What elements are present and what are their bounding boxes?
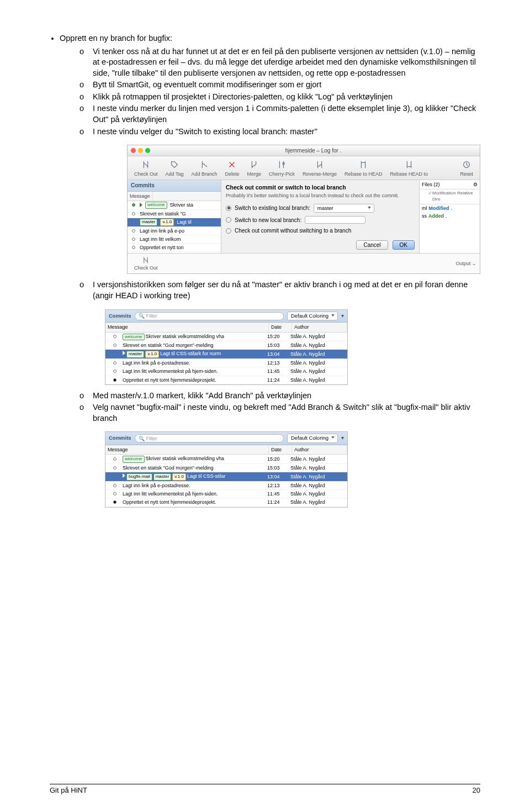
sub1-0: Vi tenker oss nå at du har funnet ut at … [93,47,476,77]
output-label: Output [455,260,470,267]
sub1-1: Bytt til SmartGit, og eventuelt commit m… [93,80,321,89]
main-list: Opprett en ny branch for bugfix: oVi ten… [50,33,480,137]
commits-header-2: Commits [109,313,131,320]
opt-existing-label: Switch to existing local branch: [235,204,310,212]
coloring-select[interactable]: Default Coloring [287,312,338,321]
selected-commit-row-2[interactable]: bugfix-mailmasterv.1.0Lagt til CSS-stila… [105,472,347,482]
traffic-lights [131,148,150,153]
ok-button[interactable]: OK [393,240,415,250]
tb-add-branch[interactable]: Add Branch [188,159,220,178]
checkout-dialog: Check out commit or switch to local bran… [221,180,419,253]
main-toolbar: Check Out Add Tag Add Branch Delete Merg… [128,156,480,180]
search-icon: 🔍 [139,435,145,442]
tb-merge[interactable]: Merge [243,159,264,178]
screenshot-commits-bugfix: Commits 🔍Filter Default Coloring ▾ Messa… [105,431,348,507]
tb-delete[interactable]: Delete [221,159,242,178]
window-titlebar: hjemmeside – Log for . [128,145,480,156]
tb-check-out[interactable]: Check Out [131,159,161,178]
files-gear-icon[interactable]: ⚙ [473,181,478,188]
cancel-button[interactable]: Cancel [356,240,388,250]
files-header: Files (2) [422,181,440,188]
footer-checkout-button[interactable]: Check Out [131,255,161,272]
heading-text: Opprett en ny branch for bugfix: [60,34,172,43]
commits-pane: Commits Message welcomeSkriver sta Skrev… [128,180,221,253]
tb-reset[interactable]: Reset [457,159,476,178]
dialog-title: Check out commit or switch to local bran… [226,183,415,191]
selected-commit-row[interactable]: masterv.1.0Lagt til CSS-stilark for norm… [105,350,347,359]
new-branch-input[interactable] [305,216,365,224]
tb-reverse-merge[interactable]: Reverse-Merge [299,159,340,178]
window-title: hjemmeside – Log for . [150,147,476,155]
sub3-1: Velg navnet "bugfix-mail" i neste vindu,… [93,403,470,423]
branch-select[interactable]: master [314,204,374,213]
commits-header: Commits [128,180,221,192]
head-arrow-icon [123,351,125,355]
radio-no-switch[interactable] [226,228,231,234]
col-message: Message [128,192,153,201]
sub-list-3: oMed master/v.1.0 markert, klikk "Add Br… [60,391,480,424]
sub1-2: Klikk på rotmappen til prosjektet i Dire… [93,92,393,101]
head-arrow-icon [140,203,142,207]
search-icon: 🔍 [139,313,145,319]
radio-existing-branch[interactable] [226,205,231,211]
screenshot-checkout-dialog: hjemmeside – Log for . Check Out Add Tag… [127,145,480,274]
sub1-4: I neste vindu velger du "Switch to exist… [93,127,317,136]
radio-new-branch[interactable] [226,217,231,223]
heading-item: Opprett en ny branch for bugfix: oVi ten… [60,33,480,137]
sub2-0: I versjonshistorikken som følger ser du … [93,280,468,300]
tb-rebase-to-head[interactable]: Rebase to HEAD [341,159,386,178]
screenshot-commits-master: Commits 🔍Filter Default Coloring ▾ Messa… [105,309,348,385]
tb-cherry-pick[interactable]: Cherry-Pick [266,159,298,178]
sub-list-1: oVi tenker oss nå at du har funnet ut at… [60,46,480,138]
footer-left: Git på HiNT [50,785,87,795]
dialog-body: Probably it's better switching to a loca… [226,192,415,199]
filter-input[interactable]: 🔍Filter [135,312,284,320]
filter-input-2[interactable]: 🔍Filter [135,434,284,442]
files-pane: Files (2)⚙ ✓Modification Relative Dire m… [419,180,480,253]
sub-list-2: oI versjonshistorikken som følger ser du… [60,280,480,301]
sub3-0: Med master/v.1.0 markert, klikk "Add Bra… [93,391,311,400]
head-arrow-icon [123,473,125,478]
tb-rebase-head-to[interactable]: Rebase HEAD to [387,159,432,178]
opt-noswitch-label: Check out commit without switching to a … [235,227,351,235]
sub1-3: I neste vindu merker du linjen med versj… [93,104,476,124]
page-footer: Git på HiNT 20 [50,784,480,795]
coloring-select-2[interactable]: Default Coloring [287,434,338,443]
opt-new-label: Switch to new local branch: [235,217,301,224]
tb-add-tag[interactable]: Add Tag [162,159,187,178]
footer-page-number: 20 [473,785,480,795]
